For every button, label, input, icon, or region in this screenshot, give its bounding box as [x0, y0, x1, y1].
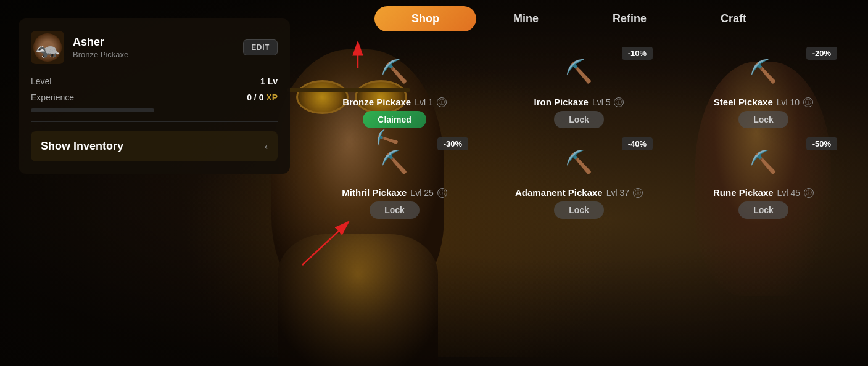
mithril-discount-badge: -30% [437, 137, 468, 150]
shop-item-bronze: ⛏️ Bronze Pickaxe Lvl 1 ⓘ Claimed [315, 50, 474, 128]
mithril-label-row: Mithril Pickaxe Lvl 25 ⓘ [342, 187, 447, 198]
shop-item-mithril: -30% ⛏️ Mithril Pickaxe Lvl 25 ⓘ Lock [315, 140, 474, 219]
xp-bar [31, 108, 154, 112]
profile-subtitle: Bronze Pickaxe [73, 50, 234, 59]
rune-pickaxe-icon: ⛏️ [742, 140, 785, 184]
nav-tabs: Shop Mine Refine Craft [290, 0, 868, 31]
shop-item-steel: -20% ⛏️ Steel Pickaxe Lvl 10 ⓘ Lock [684, 50, 843, 128]
steel-pickaxe-icon: ⛏️ [742, 50, 785, 93]
avatar-image [33, 33, 62, 62]
steel-discount-badge: -20% [806, 47, 837, 60]
tab-craft[interactable]: Craft [684, 6, 783, 31]
tab-refine[interactable]: Refine [576, 6, 684, 31]
profile-row: Asher Bronze Pickaxe EDIT [31, 31, 278, 64]
shop-item-rune: -50% ⛏️ Rune Pickaxe Lvl 45 ⓘ Lock [684, 140, 843, 219]
level-label: Level [31, 76, 51, 86]
tab-mine[interactable]: Mine [476, 6, 576, 31]
adamanent-pickaxe-name: Adamanent Pickaxe [515, 187, 603, 198]
main-content: Shop Mine Refine Craft ⛏️ Bronze Pickaxe… [290, 0, 868, 366]
bronze-pickaxe-icon: ⛏️ [373, 50, 416, 93]
rune-label-row: Rune Pickaxe Lvl 45 ⓘ [713, 187, 814, 198]
experience-stat-row: Experience 0 / 0 XP [31, 92, 278, 102]
show-inventory-button[interactable]: Show Inventory ‹ [31, 131, 278, 161]
divider [31, 121, 278, 122]
steel-lock-button[interactable]: Lock [738, 111, 788, 128]
level-stat-row: Level 1 Lv [31, 76, 278, 86]
iron-info-icon[interactable]: ⓘ [614, 97, 624, 107]
mithril-pickaxe-level: Lvl 25 [410, 188, 433, 198]
steel-pickaxe-level: Lvl 10 [777, 97, 800, 107]
steel-label-row: Steel Pickaxe Lvl 10 ⓘ [714, 97, 813, 107]
iron-lock-button[interactable]: Lock [554, 111, 604, 128]
level-value: 1 Lv [260, 76, 278, 86]
rune-discount-badge: -50% [806, 137, 837, 150]
rune-info-icon[interactable]: ⓘ [804, 188, 814, 198]
adamanent-pickaxe-icon: ⛏️ [558, 140, 601, 184]
adamanent-label-row: Adamanent Pickaxe Lvl 37 ⓘ [515, 187, 643, 198]
chevron-icon: ‹ [265, 141, 268, 152]
iron-label-row: Iron Pickaxe Lvl 5 ⓘ [534, 97, 624, 107]
experience-label: Experience [31, 92, 74, 102]
shop-item-iron: -10% ⛏️ Iron Pickaxe Lvl 5 ⓘ Lock [499, 50, 659, 128]
bronze-info-icon[interactable]: ⓘ [437, 97, 447, 107]
profile-name: Asher [73, 36, 234, 49]
edit-button[interactable]: EDIT [243, 39, 278, 55]
rune-pickaxe-level: Lvl 45 [777, 188, 800, 198]
rune-pickaxe-name: Rune Pickaxe [713, 187, 774, 198]
iron-discount-badge: -10% [622, 47, 653, 60]
iron-pickaxe-icon: ⛏️ [558, 50, 601, 93]
sidebar-panel: Asher Bronze Pickaxe EDIT Level 1 Lv Exp… [19, 18, 290, 174]
bronze-claimed-button[interactable]: Claimed [363, 111, 426, 128]
mithril-lock-button[interactable]: Lock [370, 201, 420, 219]
bronze-pickaxe-name: Bronze Pickaxe [342, 97, 411, 107]
adamanent-lock-button[interactable]: Lock [554, 201, 604, 219]
experience-value: 0 / 0 XP [247, 92, 278, 102]
shop-item-adamanent: -40% ⛏️ Adamanent Pickaxe Lvl 37 ⓘ Lock [499, 140, 659, 219]
iron-pickaxe-name: Iron Pickaxe [534, 97, 589, 107]
tab-shop[interactable]: Shop [374, 6, 476, 31]
bronze-label-row: Bronze Pickaxe Lvl 1 ⓘ [342, 97, 446, 107]
mithril-pickaxe-name: Mithril Pickaxe [342, 187, 407, 198]
show-inventory-label: Show Inventory [41, 140, 123, 153]
avatar [31, 31, 64, 64]
profile-info: Asher Bronze Pickaxe [73, 36, 234, 59]
steel-info-icon[interactable]: ⓘ [803, 97, 813, 107]
mithril-info-icon[interactable]: ⓘ [437, 188, 447, 198]
bronze-pickaxe-level: Lvl 1 [415, 97, 433, 107]
adamanent-pickaxe-level: Lvl 37 [606, 188, 629, 198]
adamanent-discount-badge: -40% [622, 137, 653, 150]
rune-lock-button[interactable]: Lock [738, 201, 788, 219]
adamanent-info-icon[interactable]: ⓘ [633, 188, 643, 198]
iron-pickaxe-level: Lvl 5 [592, 97, 611, 107]
steel-pickaxe-name: Steel Pickaxe [714, 97, 773, 107]
